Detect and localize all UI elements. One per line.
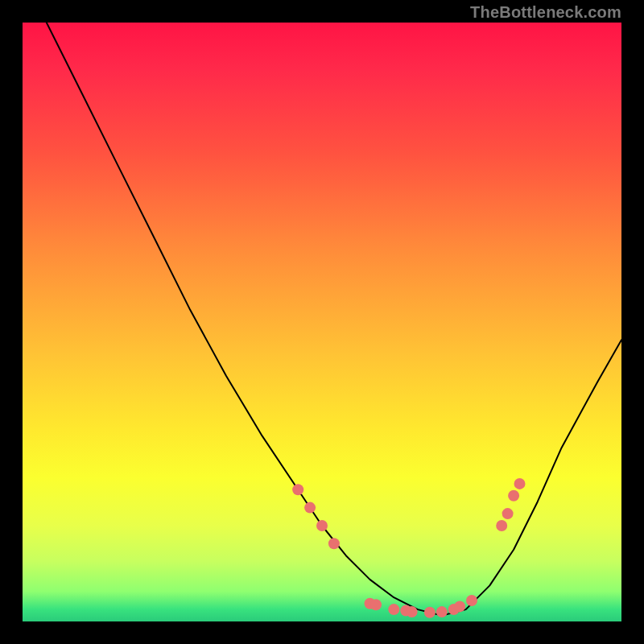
bottleneck-curve xyxy=(23,23,621,621)
highlight-marker xyxy=(436,606,448,617)
highlight-marker xyxy=(514,478,526,489)
highlight-marker xyxy=(388,604,399,615)
highlight-marker xyxy=(304,502,316,514)
curve-path xyxy=(47,23,621,616)
watermark-text: TheBottleneck.com xyxy=(470,3,621,22)
highlight-marker xyxy=(328,538,340,549)
highlight-marker xyxy=(316,520,328,531)
highlight-marker xyxy=(292,484,303,495)
plot-area xyxy=(23,23,621,621)
chart-frame: TheBottleneck.com xyxy=(0,0,644,644)
highlight-marker xyxy=(502,508,514,519)
highlight-marker xyxy=(454,601,465,612)
highlight-marker xyxy=(407,606,418,617)
highlight-marker xyxy=(466,595,477,606)
highlight-marker xyxy=(496,520,507,531)
highlight-marker xyxy=(424,607,436,618)
highlight-marker xyxy=(370,599,382,610)
highlight-marker xyxy=(508,490,519,502)
